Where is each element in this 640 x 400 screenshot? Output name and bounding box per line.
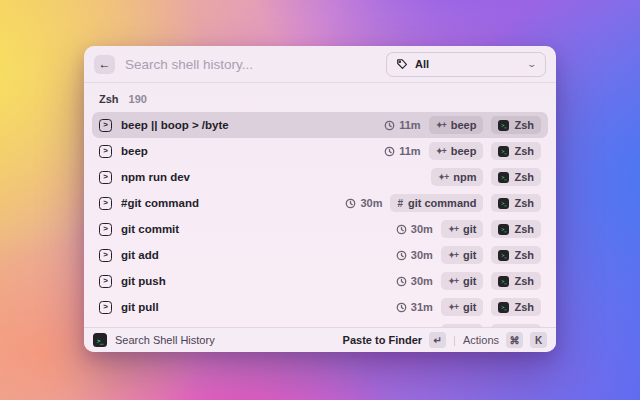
clock-icon	[384, 120, 395, 131]
action-bar: >_ Search Shell History Paste to Finder …	[84, 327, 556, 352]
terminal-prompt-icon: >	[99, 119, 112, 132]
clock-icon	[384, 146, 395, 157]
command-title: git commit	[121, 223, 179, 235]
footer-divider: |	[453, 334, 456, 346]
clock-icon	[396, 276, 407, 287]
command-title: beep	[121, 145, 148, 157]
command-title: git push	[121, 275, 166, 287]
alias-badge: ✦+ beep	[429, 142, 484, 160]
tag-icon	[396, 58, 408, 70]
last-used-time: 30m	[396, 223, 433, 235]
tag-filter-dropdown[interactable]: All ⌄	[386, 52, 546, 77]
section-count: 190	[129, 93, 147, 105]
shell-badge: >_ Zsh	[491, 272, 541, 290]
command-title: beep || boop > /byte	[121, 119, 229, 131]
command-title: #git command	[121, 197, 199, 209]
shell-badge: >_ Zsh	[491, 246, 541, 264]
sparkles-icon: ✦+	[448, 250, 458, 260]
terminal-prompt-icon: >	[99, 249, 112, 262]
shell-badge: >_ Zsh	[491, 220, 541, 238]
zsh-terminal-icon: >_	[498, 276, 509, 287]
last-used-time: 30m	[396, 275, 433, 287]
zsh-terminal-icon: >_	[498, 224, 509, 235]
history-row[interactable]: > npm run dev ✦+ npm >_ Zsh	[92, 164, 548, 190]
history-row[interactable]: > git add 30m ✦+ git >_ Zsh	[92, 242, 548, 268]
zsh-terminal-icon: >_	[498, 250, 509, 261]
shell-badge: >_ Zsh	[491, 142, 541, 160]
extension-name: Search Shell History	[115, 334, 215, 346]
terminal-prompt-icon: >	[99, 197, 112, 210]
raycast-window: ← All ⌄ Zsh 190 > beep || boop > /byte 1…	[84, 46, 556, 352]
alias-badge: ✦+ git	[441, 246, 484, 264]
chevron-down-icon: ⌄	[527, 59, 538, 69]
search-bar: ← All ⌄	[84, 46, 556, 83]
search-input[interactable]	[125, 57, 376, 72]
terminal-prompt-icon: >	[99, 171, 112, 184]
tag-badge: # git command	[390, 194, 483, 212]
sparkles-icon: ✦+	[448, 276, 458, 286]
clock-icon	[396, 250, 407, 261]
last-used-time: 30m	[396, 249, 433, 261]
history-row[interactable]: > git commit 30m ✦+ git >_ Zsh	[92, 216, 548, 242]
terminal-prompt-icon: >	[99, 275, 112, 288]
command-title: git add	[121, 249, 159, 261]
command-title: git pull	[121, 301, 159, 313]
sparkles-icon: ✦+	[438, 172, 448, 182]
history-row[interactable]: > git pull 31m ✦+ git >_ Zsh	[92, 294, 548, 320]
primary-action-button[interactable]: Paste to Finder	[343, 334, 422, 346]
zsh-terminal-icon: >_	[498, 120, 509, 131]
section-title: Zsh	[99, 93, 119, 105]
return-key-icon: ↵	[429, 332, 446, 348]
zsh-terminal-icon: >_	[498, 146, 509, 157]
history-row[interactable]: > #git command 30m # git command >_ Zsh	[92, 190, 548, 216]
back-arrow-icon: ←	[99, 57, 111, 71]
shell-badge: >_ Zsh	[491, 194, 541, 212]
last-used-time: 31m	[396, 301, 433, 313]
terminal-prompt-icon: >	[99, 301, 112, 314]
command-title: npm run dev	[121, 171, 190, 183]
sparkles-icon: ✦+	[436, 146, 446, 156]
shell-history-app-icon: >_	[93, 333, 107, 347]
back-button[interactable]: ←	[94, 55, 115, 74]
zsh-terminal-icon: >_	[498, 302, 509, 313]
filter-selected-value: All	[415, 58, 429, 70]
section-header: Zsh 190	[92, 84, 548, 112]
alias-badge: ✦+ git	[441, 298, 484, 316]
clock-icon	[345, 198, 356, 209]
history-row[interactable]: > git fetch 31m ✦+ git >_ Zsh	[92, 320, 548, 327]
shell-badge: >_ Zsh	[491, 298, 541, 316]
history-row[interactable]: > beep 11m ✦+ beep >_ Zsh	[92, 138, 548, 164]
k-key-icon: K	[530, 332, 547, 348]
last-used-time: 30m	[345, 197, 382, 209]
shell-badge: >_ Zsh	[491, 168, 541, 186]
clock-icon	[396, 302, 407, 313]
history-row[interactable]: > git push 30m ✦+ git >_ Zsh	[92, 268, 548, 294]
alias-badge: ✦+ git	[441, 272, 484, 290]
command-key-icon: ⌘	[506, 332, 523, 348]
zsh-terminal-icon: >_	[498, 172, 509, 183]
hashtag-icon: #	[397, 198, 403, 209]
clock-icon	[396, 224, 407, 235]
terminal-prompt-icon: >	[99, 145, 112, 158]
sparkles-icon: ✦+	[436, 120, 446, 130]
shell-badge: >_ Zsh	[491, 116, 541, 134]
zsh-terminal-icon: >_	[498, 198, 509, 209]
alias-badge: ✦+ git	[441, 220, 484, 238]
actions-menu-button[interactable]: Actions	[463, 334, 499, 346]
history-row[interactable]: > beep || boop > /byte 11m ✦+ beep >_ Zs…	[92, 112, 548, 138]
alias-badge: ✦+ beep	[429, 116, 484, 134]
alias-badge: ✦+ npm	[431, 168, 483, 186]
results-list: Zsh 190 > beep || boop > /byte 11m ✦+ be…	[84, 84, 556, 327]
last-used-time: 11m	[384, 119, 420, 131]
terminal-prompt-icon: >	[99, 223, 112, 236]
sparkles-icon: ✦+	[448, 302, 458, 312]
last-used-time: 11m	[384, 145, 420, 157]
sparkles-icon: ✦+	[448, 224, 458, 234]
